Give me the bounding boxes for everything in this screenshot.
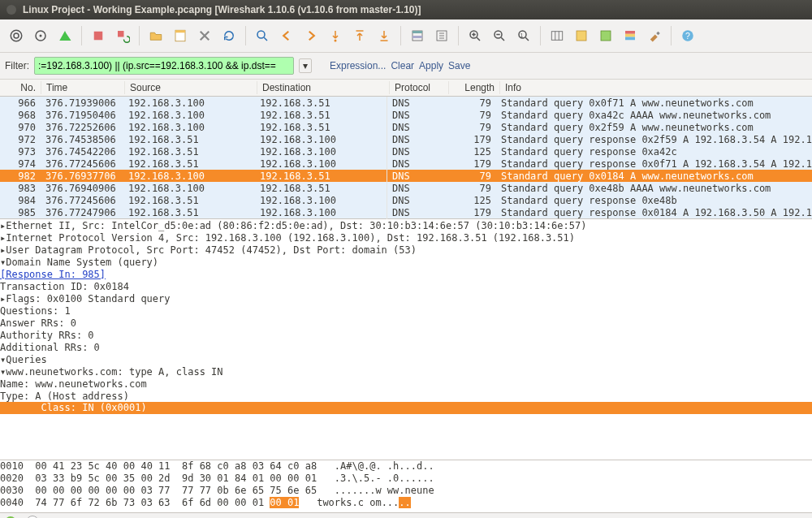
close-file-icon[interactable] xyxy=(193,24,216,47)
filter-clear-button[interactable]: Clear xyxy=(391,60,414,71)
restart-capture-icon[interactable] xyxy=(111,24,134,47)
col-header-len[interactable]: Length xyxy=(448,81,499,94)
hex-row[interactable]: 0030 00 00 00 00 00 00 03 77 77 77 0b 6e… xyxy=(0,485,812,497)
interfaces-icon[interactable] xyxy=(5,24,28,47)
start-capture-icon[interactable] xyxy=(54,24,76,47)
auto-scroll-icon[interactable] xyxy=(430,24,453,47)
svg-point-3 xyxy=(40,35,42,37)
packet-row[interactable]: 982376.76937706192.168.3.100192.168.3.51… xyxy=(0,170,812,182)
svg-rect-22 xyxy=(625,34,635,37)
svg-point-1 xyxy=(14,33,19,38)
col-header-info[interactable]: Info xyxy=(499,81,812,94)
colorize-icon[interactable] xyxy=(406,24,429,47)
svg-rect-11 xyxy=(412,31,422,33)
packet-row[interactable]: 983376.76940906192.168.3.100192.168.3.51… xyxy=(0,182,812,194)
packet-row[interactable]: 974376.77245606192.168.3.51192.168.3.100… xyxy=(0,158,812,170)
filter-apply-button[interactable]: Apply xyxy=(419,60,443,71)
packet-bytes-pane[interactable]: 0010 00 41 23 5c 40 00 40 11 8f 68 c0 a8… xyxy=(0,460,812,513)
filter-dropdown-icon[interactable]: ▾ xyxy=(299,58,312,73)
zoom-reset-icon[interactable]: 1 xyxy=(512,24,535,47)
resize-columns-icon[interactable] xyxy=(546,24,568,47)
zoom-in-icon[interactable] xyxy=(464,24,486,47)
col-header-dst[interactable]: Destination xyxy=(257,81,389,94)
packet-list-header[interactable]: No. Time Source Destination Protocol Len… xyxy=(0,80,812,97)
go-last-icon[interactable] xyxy=(373,24,395,47)
open-file-icon[interactable] xyxy=(145,24,167,47)
detail-ip[interactable]: ▸Internet Protocol Version 4, Src: 192.1… xyxy=(0,231,812,244)
filter-label: Filter: xyxy=(5,60,29,71)
detail-response-in[interactable]: [Response In: 985] xyxy=(0,268,812,280)
filter-input[interactable] xyxy=(34,57,294,75)
detail-authority-rrs[interactable]: Authority RRs: 0 xyxy=(0,329,812,341)
stop-capture-icon[interactable] xyxy=(87,24,110,47)
svg-rect-19 xyxy=(577,31,586,41)
window-close-icon[interactable] xyxy=(6,5,16,15)
display-filters-icon[interactable] xyxy=(594,24,617,47)
hex-row[interactable]: 0020 03 33 b9 5c 00 35 00 2d 9d 30 01 84… xyxy=(0,473,812,485)
packet-row[interactable]: 973376.74542206192.168.3.51192.168.3.100… xyxy=(0,145,812,158)
detail-query-item[interactable]: ▾www.neunetworks.com: type A, class IN xyxy=(0,365,812,378)
response-in-link[interactable]: [Response In: 985] xyxy=(0,269,106,280)
col-header-no[interactable]: No. xyxy=(0,81,41,94)
svg-text:1: 1 xyxy=(520,32,524,38)
packet-row[interactable]: 966376.71939006192.168.3.100192.168.3.51… xyxy=(0,97,812,109)
coloring-rules-icon[interactable] xyxy=(619,24,641,47)
detail-questions[interactable]: Questions: 1 xyxy=(0,304,812,317)
detail-udp[interactable]: ▸User Datagram Protocol, Src Port: 47452… xyxy=(0,244,812,256)
packet-list-pane[interactable]: No. Time Source Destination Protocol Len… xyxy=(0,80,812,219)
svg-rect-21 xyxy=(625,31,635,34)
svg-text:?: ? xyxy=(685,31,690,41)
packet-row[interactable]: 972376.74538506192.168.3.51192.168.3.100… xyxy=(0,133,812,145)
col-header-proto[interactable]: Protocol xyxy=(389,81,448,94)
find-icon[interactable] xyxy=(251,24,274,47)
save-file-icon[interactable] xyxy=(169,24,192,47)
window-title: Linux Project - Working Example.pcapng [… xyxy=(23,4,421,15)
detail-flags[interactable]: ▸Flags: 0x0100 Standard query xyxy=(0,292,812,304)
capture-filters-icon[interactable] xyxy=(570,24,593,47)
svg-point-9 xyxy=(335,40,337,42)
main-toolbar: 1 ? xyxy=(0,19,812,53)
zoom-out-icon[interactable] xyxy=(488,24,511,47)
svg-rect-18 xyxy=(551,32,563,41)
svg-point-0 xyxy=(11,30,22,41)
svg-rect-20 xyxy=(601,31,611,41)
reload-icon[interactable] xyxy=(218,24,240,47)
packet-details-pane[interactable]: ▸Ethernet II, Src: IntelCor_d5:0e:ad (80… xyxy=(0,219,812,460)
go-forward-icon[interactable] xyxy=(300,24,322,47)
svg-rect-12 xyxy=(412,36,422,38)
detail-answer-rrs[interactable]: Answer RRs: 0 xyxy=(0,317,812,329)
options-icon[interactable] xyxy=(29,24,52,47)
hex-row[interactable]: 0010 00 41 23 5c 40 00 40 11 8f 68 c0 a8… xyxy=(0,460,812,473)
hex-row[interactable]: 0040 74 77 6f 72 6b 73 03 63 6f 6d 00 00… xyxy=(0,497,812,509)
go-back-icon[interactable] xyxy=(275,24,298,47)
window-titlebar: Linux Project - Working Example.pcapng [… xyxy=(0,0,812,19)
svg-rect-5 xyxy=(118,31,124,37)
packet-row[interactable]: 968376.71950406192.168.3.100192.168.3.51… xyxy=(0,109,812,121)
filter-save-button[interactable]: Save xyxy=(448,60,470,71)
detail-dns[interactable]: ▾Domain Name System (query) xyxy=(0,256,812,268)
status-bar: Query Class (dns.qry.class), 2 by… Packe… xyxy=(0,513,812,518)
col-header-time[interactable]: Time xyxy=(41,81,124,94)
go-to-packet-icon[interactable] xyxy=(324,24,347,47)
detail-transaction-id[interactable]: Transaction ID: 0x0184 xyxy=(0,280,812,292)
filter-expression-button[interactable]: Expression... xyxy=(330,60,386,71)
detail-additional-rrs[interactable]: Additional RRs: 0 xyxy=(0,341,812,353)
detail-queries[interactable]: ▾Queries xyxy=(0,353,812,365)
help-icon[interactable]: ? xyxy=(676,24,699,47)
svg-rect-7 xyxy=(175,30,185,32)
col-header-src[interactable]: Source xyxy=(124,81,257,94)
filter-toolbar: Filter: ▾ Expression... Clear Apply Save xyxy=(0,53,812,80)
packet-row[interactable]: 970376.72252606192.168.3.100192.168.3.51… xyxy=(0,121,812,133)
detail-query-class[interactable]: Class: IN (0x0001) xyxy=(0,402,812,414)
svg-point-8 xyxy=(257,31,265,38)
go-first-icon[interactable] xyxy=(348,24,371,47)
packet-row[interactable]: 984376.77245606192.168.3.51192.168.3.100… xyxy=(0,194,812,206)
preferences-icon[interactable] xyxy=(643,24,666,47)
svg-rect-23 xyxy=(625,37,635,41)
svg-rect-4 xyxy=(94,32,103,41)
detail-query-type[interactable]: Type: A (Host address) xyxy=(0,390,812,402)
detail-ethernet[interactable]: ▸Ethernet II, Src: IntelCor_d5:0e:ad (80… xyxy=(0,219,812,231)
detail-query-name[interactable]: Name: www.neunetworks.com xyxy=(0,378,812,390)
packet-row[interactable]: 985376.77247906192.168.3.51192.168.3.100… xyxy=(0,206,812,218)
